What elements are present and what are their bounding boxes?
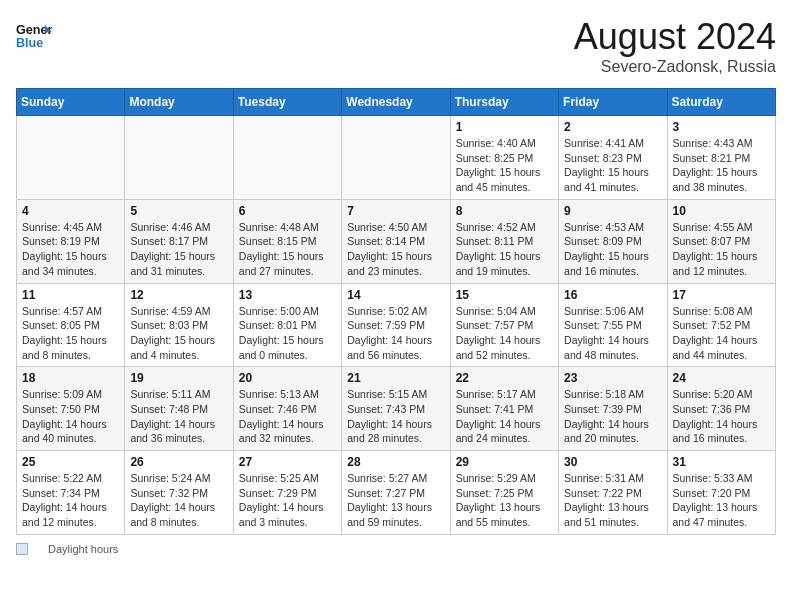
calendar-cell: 21Sunrise: 5:15 AM Sunset: 7:43 PM Dayli…	[342, 367, 450, 451]
day-info: Sunrise: 5:20 AM Sunset: 7:36 PM Dayligh…	[673, 387, 770, 446]
day-info: Sunrise: 4:41 AM Sunset: 8:23 PM Dayligh…	[564, 136, 661, 195]
calendar-cell: 12Sunrise: 4:59 AM Sunset: 8:03 PM Dayli…	[125, 283, 233, 367]
calendar-day-header: Saturday	[667, 89, 775, 116]
calendar-cell: 14Sunrise: 5:02 AM Sunset: 7:59 PM Dayli…	[342, 283, 450, 367]
calendar-header-row: SundayMondayTuesdayWednesdayThursdayFrid…	[17, 89, 776, 116]
day-number: 7	[347, 204, 444, 218]
calendar-cell: 17Sunrise: 5:08 AM Sunset: 7:52 PM Dayli…	[667, 283, 775, 367]
calendar-cell: 25Sunrise: 5:22 AM Sunset: 7:34 PM Dayli…	[17, 451, 125, 535]
day-number: 6	[239, 204, 336, 218]
day-info: Sunrise: 5:17 AM Sunset: 7:41 PM Dayligh…	[456, 387, 553, 446]
calendar-cell	[233, 116, 341, 200]
calendar-day-header: Friday	[559, 89, 667, 116]
calendar-day-header: Monday	[125, 89, 233, 116]
day-number: 25	[22, 455, 119, 469]
day-info: Sunrise: 5:29 AM Sunset: 7:25 PM Dayligh…	[456, 471, 553, 530]
day-number: 21	[347, 371, 444, 385]
calendar-cell	[17, 116, 125, 200]
day-number: 12	[130, 288, 227, 302]
day-info: Sunrise: 4:40 AM Sunset: 8:25 PM Dayligh…	[456, 136, 553, 195]
svg-text:Blue: Blue	[16, 36, 43, 50]
day-info: Sunrise: 4:50 AM Sunset: 8:14 PM Dayligh…	[347, 220, 444, 279]
calendar-cell: 24Sunrise: 5:20 AM Sunset: 7:36 PM Dayli…	[667, 367, 775, 451]
day-info: Sunrise: 5:18 AM Sunset: 7:39 PM Dayligh…	[564, 387, 661, 446]
day-info: Sunrise: 5:00 AM Sunset: 8:01 PM Dayligh…	[239, 304, 336, 363]
day-info: Sunrise: 5:15 AM Sunset: 7:43 PM Dayligh…	[347, 387, 444, 446]
day-number: 29	[456, 455, 553, 469]
logo-icon: General Blue	[16, 16, 52, 52]
day-info: Sunrise: 5:13 AM Sunset: 7:46 PM Dayligh…	[239, 387, 336, 446]
calendar-cell: 11Sunrise: 4:57 AM Sunset: 8:05 PM Dayli…	[17, 283, 125, 367]
calendar-cell: 7Sunrise: 4:50 AM Sunset: 8:14 PM Daylig…	[342, 199, 450, 283]
calendar-week-row: 18Sunrise: 5:09 AM Sunset: 7:50 PM Dayli…	[17, 367, 776, 451]
title-block: August 2024 Severo-Zadonsk, Russia	[574, 16, 776, 76]
calendar-cell: 20Sunrise: 5:13 AM Sunset: 7:46 PM Dayli…	[233, 367, 341, 451]
calendar-cell	[342, 116, 450, 200]
calendar-week-row: 11Sunrise: 4:57 AM Sunset: 8:05 PM Dayli…	[17, 283, 776, 367]
day-info: Sunrise: 5:06 AM Sunset: 7:55 PM Dayligh…	[564, 304, 661, 363]
day-number: 22	[456, 371, 553, 385]
day-info: Sunrise: 4:52 AM Sunset: 8:11 PM Dayligh…	[456, 220, 553, 279]
day-info: Sunrise: 5:04 AM Sunset: 7:57 PM Dayligh…	[456, 304, 553, 363]
calendar-cell: 3Sunrise: 4:43 AM Sunset: 8:21 PM Daylig…	[667, 116, 775, 200]
calendar-cell: 2Sunrise: 4:41 AM Sunset: 8:23 PM Daylig…	[559, 116, 667, 200]
day-info: Sunrise: 4:55 AM Sunset: 8:07 PM Dayligh…	[673, 220, 770, 279]
day-number: 28	[347, 455, 444, 469]
calendar-cell: 1Sunrise: 4:40 AM Sunset: 8:25 PM Daylig…	[450, 116, 558, 200]
subtitle: Severo-Zadonsk, Russia	[574, 58, 776, 76]
day-number: 8	[456, 204, 553, 218]
calendar-day-header: Tuesday	[233, 89, 341, 116]
day-info: Sunrise: 4:46 AM Sunset: 8:17 PM Dayligh…	[130, 220, 227, 279]
day-info: Sunrise: 4:43 AM Sunset: 8:21 PM Dayligh…	[673, 136, 770, 195]
day-number: 16	[564, 288, 661, 302]
calendar-day-header: Sunday	[17, 89, 125, 116]
day-number: 30	[564, 455, 661, 469]
day-number: 13	[239, 288, 336, 302]
calendar-cell: 15Sunrise: 5:04 AM Sunset: 7:57 PM Dayli…	[450, 283, 558, 367]
day-number: 20	[239, 371, 336, 385]
calendar-week-row: 4Sunrise: 4:45 AM Sunset: 8:19 PM Daylig…	[17, 199, 776, 283]
day-info: Sunrise: 5:11 AM Sunset: 7:48 PM Dayligh…	[130, 387, 227, 446]
day-number: 11	[22, 288, 119, 302]
calendar-week-row: 1Sunrise: 4:40 AM Sunset: 8:25 PM Daylig…	[17, 116, 776, 200]
daylight-box	[16, 543, 28, 555]
day-info: Sunrise: 4:45 AM Sunset: 8:19 PM Dayligh…	[22, 220, 119, 279]
calendar-cell: 23Sunrise: 5:18 AM Sunset: 7:39 PM Dayli…	[559, 367, 667, 451]
calendar-week-row: 25Sunrise: 5:22 AM Sunset: 7:34 PM Dayli…	[17, 451, 776, 535]
day-number: 9	[564, 204, 661, 218]
calendar-footer: Daylight hours	[16, 543, 776, 555]
day-info: Sunrise: 4:59 AM Sunset: 8:03 PM Dayligh…	[130, 304, 227, 363]
day-info: Sunrise: 5:08 AM Sunset: 7:52 PM Dayligh…	[673, 304, 770, 363]
calendar-cell: 30Sunrise: 5:31 AM Sunset: 7:22 PM Dayli…	[559, 451, 667, 535]
day-info: Sunrise: 5:31 AM Sunset: 7:22 PM Dayligh…	[564, 471, 661, 530]
day-number: 3	[673, 120, 770, 134]
calendar-cell	[125, 116, 233, 200]
day-number: 10	[673, 204, 770, 218]
day-number: 5	[130, 204, 227, 218]
day-number: 18	[22, 371, 119, 385]
calendar-cell: 22Sunrise: 5:17 AM Sunset: 7:41 PM Dayli…	[450, 367, 558, 451]
calendar-cell: 4Sunrise: 4:45 AM Sunset: 8:19 PM Daylig…	[17, 199, 125, 283]
day-info: Sunrise: 5:27 AM Sunset: 7:27 PM Dayligh…	[347, 471, 444, 530]
day-number: 17	[673, 288, 770, 302]
day-number: 24	[673, 371, 770, 385]
day-info: Sunrise: 5:22 AM Sunset: 7:34 PM Dayligh…	[22, 471, 119, 530]
main-title: August 2024	[574, 16, 776, 58]
day-number: 1	[456, 120, 553, 134]
calendar-cell: 10Sunrise: 4:55 AM Sunset: 8:07 PM Dayli…	[667, 199, 775, 283]
day-number: 26	[130, 455, 227, 469]
day-number: 23	[564, 371, 661, 385]
day-number: 27	[239, 455, 336, 469]
calendar-cell: 31Sunrise: 5:33 AM Sunset: 7:20 PM Dayli…	[667, 451, 775, 535]
page-header: General Blue August 2024 Severo-Zadonsk,…	[16, 16, 776, 76]
logo: General Blue	[16, 16, 56, 52]
day-info: Sunrise: 5:24 AM Sunset: 7:32 PM Dayligh…	[130, 471, 227, 530]
daylight-label: Daylight hours	[48, 543, 118, 555]
day-info: Sunrise: 4:53 AM Sunset: 8:09 PM Dayligh…	[564, 220, 661, 279]
day-info: Sunrise: 5:33 AM Sunset: 7:20 PM Dayligh…	[673, 471, 770, 530]
calendar-cell: 13Sunrise: 5:00 AM Sunset: 8:01 PM Dayli…	[233, 283, 341, 367]
day-number: 14	[347, 288, 444, 302]
day-number: 19	[130, 371, 227, 385]
calendar-cell: 27Sunrise: 5:25 AM Sunset: 7:29 PM Dayli…	[233, 451, 341, 535]
day-number: 4	[22, 204, 119, 218]
